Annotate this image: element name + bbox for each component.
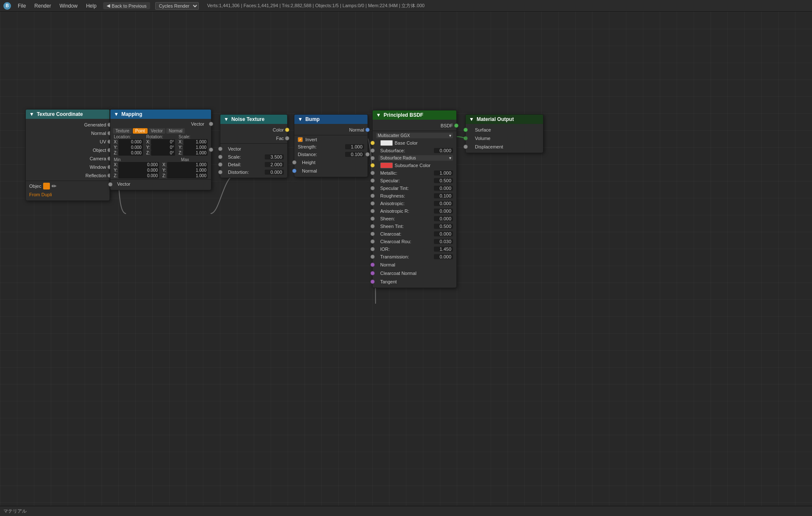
obj-row: Objec ✏: [26, 182, 110, 190]
output-fac: Fac: [220, 134, 287, 143]
tab-normal[interactable]: Normal: [166, 128, 185, 134]
mapping-collapse: ▼: [114, 111, 119, 117]
output-uv: UV: [26, 137, 110, 146]
node-material-output[interactable]: ▼ Material Output Surface Volume Displac…: [465, 114, 543, 153]
socket-specular-tint[interactable]: [370, 186, 375, 190]
output-title: Material Output: [477, 116, 514, 122]
socket-clearcoat[interactable]: [370, 232, 375, 236]
socket-map-vector-in[interactable]: [108, 182, 112, 187]
node-tex-coord-title: Texture Coordinate: [37, 111, 83, 117]
divider3: [220, 143, 287, 144]
socket-noise-distortion[interactable]: [218, 170, 222, 174]
node-noise-texture[interactable]: ▼ Noise Texture Color Fac Vector Scale: …: [220, 114, 288, 178]
socket-anisotropic[interactable]: [370, 201, 375, 206]
output-window: Window: [26, 163, 110, 171]
subsurface-color-swatch[interactable]: [380, 162, 393, 168]
node-canvas[interactable]: ▼ Texture Coordinate Generated Normal UV…: [0, 12, 812, 506]
socket-bump-distance[interactable]: [365, 152, 370, 156]
menu-bar: B File Render Window Help ◀ Back to Prev…: [0, 0, 812, 12]
socket-clearcoat-normal-in[interactable]: [370, 271, 375, 275]
noise-vector-in: Vector: [220, 145, 287, 153]
bsdf-normal-in-row: Normal: [373, 261, 456, 269]
socket-sheen-tint[interactable]: [370, 224, 375, 228]
socket-roughness[interactable]: [370, 194, 375, 198]
bump-collapse: ▼: [298, 116, 303, 122]
subsurface-radius-btn[interactable]: Subsurface Radius ▾: [379, 155, 453, 161]
base-color-swatch[interactable]: [380, 140, 393, 146]
menu-window[interactable]: Window: [58, 2, 80, 10]
socket-noise-vector-in[interactable]: [218, 147, 222, 151]
tab-point[interactable]: Point: [133, 128, 148, 134]
node-bump-header: ▼ Bump: [294, 115, 368, 124]
socket-bump-normal-in[interactable]: [292, 169, 296, 173]
socket-subsurface[interactable]: [370, 148, 375, 153]
min-max-x: X: 0.000 X: 1.000: [110, 162, 211, 167]
output-camera: Camera: [26, 154, 110, 163]
socket-map-vector-out[interactable]: [209, 122, 213, 126]
socket-bsdf-normal-in[interactable]: [370, 263, 375, 267]
socket-base-color[interactable]: [370, 141, 375, 145]
invert-checkbox[interactable]: ✓: [298, 137, 303, 142]
bsdf-distribution-btn[interactable]: Multiscatter GGX ▾: [376, 133, 453, 138]
socket-noise-scale[interactable]: [218, 155, 222, 159]
socket-bump-height[interactable]: [292, 160, 296, 165]
socket-output-displacement[interactable]: [464, 145, 468, 149]
socket-bump-normal-out[interactable]: [365, 128, 370, 132]
socket-noise-fac[interactable]: [285, 136, 289, 140]
edit-icon[interactable]: ✏: [52, 183, 57, 189]
socket-ior[interactable]: [370, 247, 375, 251]
node-noise-header: ▼ Noise Texture: [220, 115, 287, 124]
node-mapping[interactable]: ▼ Mapping Vector Texture Point Vector No…: [110, 109, 211, 190]
mapping-xyz-row-x: X: 0.000 X: 0° X: 1.000: [110, 139, 211, 145]
node-principled-bsdf[interactable]: ▼ Principled BSDF BSDF Multiscatter GGX …: [372, 110, 457, 288]
bsdf-out-row: BSDF: [373, 121, 456, 130]
status-bar: Verts:1,441,306 | Faces:1,441,294 | Tris…: [207, 3, 425, 9]
node-texture-coordinate[interactable]: ▼ Texture Coordinate Generated Normal UV…: [25, 109, 110, 201]
socket-noise-detail[interactable]: [218, 162, 222, 167]
bump-normal-in-row: Normal: [294, 167, 368, 175]
tab-vector[interactable]: Vector: [148, 128, 165, 134]
socket-mapping-vector-out[interactable]: [209, 148, 213, 152]
render-engine-select[interactable]: Cycles Render: [155, 2, 199, 10]
bsdf-specular-tint-row: Specular Tint: 0.000: [373, 184, 456, 192]
socket-tangent-in[interactable]: [370, 280, 375, 284]
socket-noise-color[interactable]: [285, 128, 289, 132]
output-reflection: Reflection: [26, 171, 110, 180]
menu-help[interactable]: Help: [84, 2, 98, 10]
back-arrow-icon: ◀: [107, 3, 110, 8]
node-tex-coord-header: ▼ Texture Coordinate: [26, 110, 110, 119]
bsdf-clearcoat-row: Clearcoat: 0.000: [373, 230, 456, 238]
socket-metallic[interactable]: [370, 171, 375, 175]
mapping-title: Mapping: [121, 111, 142, 117]
bsdf-roughness-row: Roughness: 0.100: [373, 192, 456, 200]
socket-output-surface[interactable]: [464, 128, 468, 132]
socket-output-volume[interactable]: [464, 136, 468, 140]
socket-bsdf-out[interactable]: [454, 124, 458, 128]
menu-render[interactable]: Render: [33, 2, 52, 10]
output-volume-row: Volume: [466, 134, 543, 143]
socket-sheen[interactable]: [370, 217, 375, 221]
bottom-bar: マテリアル: [0, 506, 812, 516]
node-collapse-arrow: ▼: [29, 111, 34, 117]
socket-subsurface-color[interactable]: [370, 163, 375, 167]
bsdf-anisotropic-r-row: Anisotropic R: 0.000: [373, 207, 456, 215]
bsdf-anisotropic-row: Anisotropic: 0.000: [373, 200, 456, 207]
back-button[interactable]: ◀ Back to Previous: [103, 2, 150, 9]
vector-output-row: Vector: [110, 121, 211, 127]
output-surface-row: Surface: [466, 126, 543, 134]
node-bump[interactable]: ▼ Bump Normal ✓ Invert Strength: 1.000 D…: [294, 114, 368, 177]
mapping-section-headers: Location: Rotation: Scale:: [110, 134, 211, 139]
socket-clearcoat-rou[interactable]: [370, 239, 375, 244]
bump-strength-row: Strength: 1.000: [294, 143, 368, 151]
menu-file[interactable]: File: [16, 2, 27, 10]
tab-texture[interactable]: Texture: [113, 128, 132, 134]
socket-transmission[interactable]: [370, 255, 375, 259]
socket-anisotropic-r[interactable]: [370, 209, 375, 213]
socket-specular[interactable]: [370, 178, 375, 183]
min-max-headers: Min Max: [110, 157, 211, 162]
divider1: [26, 181, 110, 181]
bsdf-specular-row: Specular: 0.500: [373, 177, 456, 184]
socket-subsurface-radius[interactable]: [370, 156, 375, 160]
bsdf-transmission-row: Transmission: 0.000: [373, 253, 456, 261]
bsdf-subsurface-radius-row: Subsurface Radius ▾: [373, 154, 456, 162]
